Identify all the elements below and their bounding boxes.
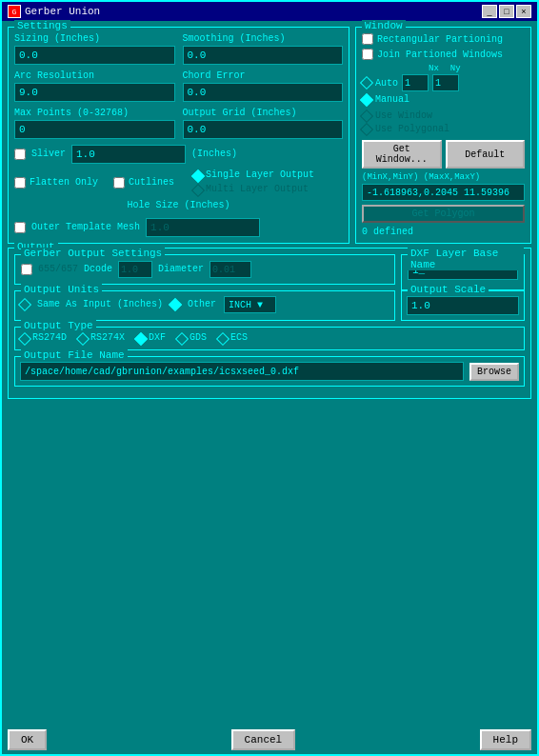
manual-radio-icon[interactable] bbox=[360, 92, 373, 106]
ny-input[interactable] bbox=[432, 74, 459, 91]
nx-label: Nx bbox=[429, 64, 439, 73]
gos-label: 655/657 bbox=[38, 264, 78, 274]
same-as-input-radio-icon[interactable] bbox=[18, 298, 31, 311]
use-polygon-radio-icon[interactable] bbox=[360, 122, 373, 135]
gos-row: 655/657 Dcode Diameter bbox=[21, 261, 389, 278]
join-row: Join Partioned Windows bbox=[362, 49, 525, 60]
outer-template-input[interactable] bbox=[146, 218, 260, 237]
sliver-unit: (Inches) bbox=[191, 149, 237, 159]
sliver-row: Sliver (Inches) bbox=[14, 145, 343, 164]
window-panel-label: Window bbox=[362, 20, 406, 31]
minimize-button[interactable]: _ bbox=[482, 5, 497, 18]
coords-input[interactable] bbox=[362, 184, 525, 201]
other-label: Other bbox=[188, 299, 216, 309]
use-polygon-label: Use Polygonal bbox=[375, 124, 449, 134]
cancel-button[interactable]: Cancel bbox=[231, 729, 296, 750]
chord-input[interactable] bbox=[183, 83, 344, 102]
auto-label: Auto bbox=[375, 78, 398, 89]
single-layer-group: Single Layer Output bbox=[193, 169, 314, 182]
title-bar: G Gerber Union _ □ × bbox=[2, 2, 537, 21]
outer-template-row: Outer Template Mesh bbox=[14, 218, 343, 237]
gerber-output-settings: Gerber Output Settings 655/657 Dcode Dia… bbox=[14, 254, 395, 285]
outputgrid-group: Output Grid (Inches) bbox=[183, 108, 344, 139]
arc-input[interactable] bbox=[14, 83, 175, 102]
diameter-input[interactable] bbox=[210, 261, 251, 278]
chord-label: Chord Error bbox=[183, 70, 344, 81]
rs274d-label: RS274D bbox=[32, 332, 67, 343]
outer-template-checkbox[interactable] bbox=[14, 222, 26, 233]
rectangular-checkbox[interactable] bbox=[362, 33, 373, 45]
hole-size-label: Hole Size (Inches) bbox=[127, 200, 230, 210]
output-type-row: RS274D RS274X DXF GDS bbox=[20, 332, 519, 345]
single-layer-label: Single Layer Output bbox=[206, 169, 314, 180]
browse-button[interactable]: Browse bbox=[469, 363, 519, 381]
single-layer-radio-icon[interactable] bbox=[191, 169, 205, 182]
coords-label: (MinX,MinY) (MaxX,MaxY) bbox=[362, 172, 525, 182]
rs274x-radio-icon[interactable] bbox=[76, 331, 90, 345]
smoothing-input[interactable] bbox=[183, 46, 344, 65]
smoothing-group: Smoothing (Inches) bbox=[183, 33, 344, 65]
sliver-input[interactable] bbox=[71, 145, 186, 164]
diameter-label: Diameter bbox=[158, 264, 204, 274]
rs274d-radio-icon[interactable] bbox=[18, 331, 31, 345]
cutlines-label: Cutlines bbox=[129, 177, 174, 188]
gos-checkbox[interactable] bbox=[21, 264, 32, 275]
sizing-label: Sizing (Inches) bbox=[14, 33, 175, 44]
output-type-label: Output Type bbox=[21, 320, 96, 331]
output-units-panel: Output Units Same As Input (Inches) Othe… bbox=[14, 290, 395, 321]
bottom-buttons: OK Cancel Help bbox=[2, 726, 537, 754]
join-checkbox[interactable] bbox=[362, 49, 373, 60]
maxpoints-label: Max Points (0-32768) bbox=[14, 108, 175, 118]
settings-panel: Settings Sizing (Inches) Smoothing (Inch… bbox=[8, 27, 349, 244]
defined-label: 0 defined bbox=[362, 227, 413, 237]
arc-label: Arc Resolution bbox=[14, 70, 175, 81]
sliver-checkbox[interactable] bbox=[14, 149, 26, 160]
dcode-label: Dcode bbox=[84, 264, 112, 274]
flatten-checkbox[interactable] bbox=[14, 177, 26, 189]
smoothing-label: Smoothing (Inches) bbox=[183, 33, 344, 44]
output-scale-panel: Output Scale bbox=[401, 290, 525, 321]
use-window-radio-icon[interactable] bbox=[360, 109, 373, 122]
window-buttons-row: Get Window... Default bbox=[362, 140, 525, 169]
get-window-button[interactable]: Get Window... bbox=[362, 140, 442, 169]
nx-input[interactable] bbox=[402, 74, 429, 91]
ok-button[interactable]: OK bbox=[8, 729, 47, 750]
scale-input[interactable] bbox=[407, 296, 519, 315]
help-button[interactable]: Help bbox=[480, 729, 531, 750]
settings-label: Settings bbox=[14, 20, 70, 31]
other-radio-icon[interactable] bbox=[169, 298, 182, 311]
maxpoints-grid-row: Max Points (0-32768) Output Grid (Inches… bbox=[14, 108, 343, 139]
maxpoints-input[interactable] bbox=[14, 120, 175, 139]
multi-layer-radio-icon[interactable] bbox=[191, 183, 205, 196]
gds-radio-icon[interactable] bbox=[175, 331, 189, 345]
maximize-button[interactable]: □ bbox=[499, 5, 514, 18]
main-window: G Gerber Union _ □ × Settings Sizing (In… bbox=[0, 0, 539, 756]
filename-input[interactable] bbox=[20, 362, 464, 381]
sizing-input[interactable] bbox=[14, 46, 175, 65]
rectangular-label: Rectangular Partioning bbox=[377, 34, 503, 45]
use-window-label: Use Window bbox=[375, 110, 432, 121]
ecs-radio-icon[interactable] bbox=[216, 331, 230, 345]
top-row: Settings Sizing (Inches) Smoothing (Inch… bbox=[8, 27, 531, 244]
outputgrid-label: Output Grid (Inches) bbox=[183, 108, 344, 118]
dxf-radio-icon[interactable] bbox=[134, 331, 148, 345]
flatten-label: Flatten Only bbox=[30, 177, 98, 188]
sliver-label: Sliver bbox=[31, 149, 66, 159]
multi-layer-group: Multi Layer Output bbox=[193, 184, 314, 196]
dxf-label: DXF bbox=[149, 332, 166, 343]
auto-radio-icon[interactable] bbox=[360, 76, 373, 90]
ecs-label: ECS bbox=[230, 332, 248, 343]
units-input[interactable] bbox=[224, 296, 276, 313]
gerber-settings-label: Gerber Output Settings bbox=[21, 248, 165, 259]
default-button[interactable]: Default bbox=[446, 140, 526, 169]
sizing-group: Sizing (Inches) bbox=[14, 33, 175, 65]
close-button[interactable]: × bbox=[516, 5, 531, 18]
output-units-label: Output Units bbox=[21, 284, 102, 295]
get-polygon-button[interactable]: Get Polygon bbox=[362, 205, 525, 223]
flatten-row: Flatten Only Cutlines Single Layer Outpu… bbox=[14, 169, 343, 196]
outer-template-label: Outer Template Mesh bbox=[31, 222, 140, 232]
cutlines-checkbox[interactable] bbox=[113, 177, 125, 189]
outputgrid-input[interactable] bbox=[183, 120, 344, 139]
sizing-smoothing-row: Sizing (Inches) Smoothing (Inches) bbox=[14, 33, 343, 65]
dcode-input[interactable] bbox=[118, 261, 152, 278]
